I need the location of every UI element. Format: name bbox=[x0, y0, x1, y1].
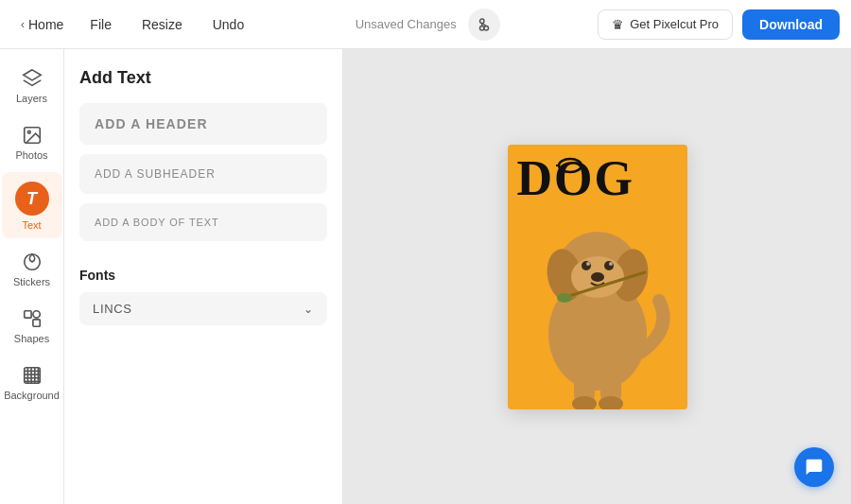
crown-icon: ♛ bbox=[612, 17, 624, 32]
shapes-icon bbox=[22, 308, 43, 329]
icon-sidebar: Layers Photos T Text bbox=[0, 49, 64, 504]
sidebar-item-shapes[interactable]: Shapes bbox=[2, 299, 62, 352]
sidebar-item-photos[interactable]: Photos bbox=[2, 115, 62, 168]
svg-point-7 bbox=[27, 130, 30, 133]
fonts-section: Fonts LINCS ⌄ bbox=[79, 268, 327, 325]
topbar-left: ‹ Home File Resize Undo bbox=[11, 11, 257, 38]
svg-point-33 bbox=[591, 272, 604, 282]
svg-point-35 bbox=[557, 293, 572, 303]
background-label: Background bbox=[4, 390, 60, 401]
layers-label: Layers bbox=[16, 93, 47, 104]
background-icon bbox=[22, 365, 43, 386]
text-icon-circle: T bbox=[15, 182, 49, 216]
photos-label: Photos bbox=[15, 149, 47, 161]
dog-text-o: O bbox=[554, 151, 594, 205]
pro-label: Get Pixelcut Pro bbox=[630, 17, 719, 31]
main-content: Layers Photos T Text bbox=[0, 49, 851, 504]
text-icon: T bbox=[15, 182, 49, 216]
dropdown-arrow-icon: ⌄ bbox=[304, 303, 314, 316]
add-subheader-button[interactable]: ADD A SUBHEADER bbox=[79, 154, 327, 194]
undo-button[interactable]: Undo bbox=[200, 11, 257, 38]
home-button[interactable]: ‹ Home bbox=[11, 11, 73, 38]
canvas-area[interactable]: DOG bbox=[343, 49, 851, 504]
svg-point-29 bbox=[582, 261, 591, 270]
font-dropdown[interactable]: LINCS ⌄ bbox=[79, 292, 327, 325]
sidebar-item-layers[interactable]: Layers bbox=[2, 59, 62, 112]
share-icon bbox=[476, 16, 493, 33]
text-label: Text bbox=[22, 219, 41, 231]
chat-support-button[interactable] bbox=[794, 447, 834, 487]
chevron-left-icon: ‹ bbox=[21, 18, 25, 31]
sidebar-item-stickers[interactable]: Stickers bbox=[2, 242, 62, 295]
topbar-right: ♛ Get Pixelcut Pro Download bbox=[598, 9, 840, 40]
stickers-icon bbox=[22, 252, 43, 272]
svg-rect-10 bbox=[32, 320, 39, 326]
dog-card-title: DOG bbox=[517, 154, 634, 203]
file-button[interactable]: File bbox=[77, 11, 125, 38]
download-button[interactable]: Download bbox=[742, 9, 840, 40]
add-body-button[interactable]: ADD A BODY OF TEXT bbox=[79, 203, 327, 241]
get-pro-button[interactable]: ♛ Get Pixelcut Pro bbox=[598, 9, 733, 40]
unsaved-changes-label: Unsaved Changes bbox=[356, 17, 457, 31]
chat-icon bbox=[805, 458, 824, 477]
fonts-label: Fonts bbox=[79, 268, 327, 283]
sidebar-item-text[interactable]: T Text bbox=[2, 172, 62, 238]
shapes-label: Shapes bbox=[14, 333, 49, 344]
add-text-panel: Add Text ADD A HEADER ADD A SUBHEADER AD… bbox=[64, 49, 343, 504]
layers-icon bbox=[22, 68, 43, 89]
svg-point-32 bbox=[609, 262, 613, 266]
dog-text-d: D bbox=[517, 151, 555, 205]
svg-point-31 bbox=[586, 262, 590, 266]
svg-point-0 bbox=[479, 19, 484, 24]
dog-text-g: G bbox=[595, 151, 634, 205]
svg-point-2 bbox=[479, 26, 484, 30]
stickers-label: Stickers bbox=[13, 276, 50, 287]
photos-icon bbox=[22, 125, 43, 146]
home-label: Home bbox=[28, 17, 63, 32]
add-header-button[interactable]: ADD A HEADER bbox=[79, 103, 327, 145]
svg-point-30 bbox=[604, 261, 614, 270]
topbar: ‹ Home File Resize Undo Unsaved Changes … bbox=[0, 0, 851, 49]
svg-rect-9 bbox=[24, 311, 30, 318]
panel-title: Add Text bbox=[79, 68, 327, 88]
resize-button[interactable]: Resize bbox=[129, 11, 196, 38]
font-selected-value: LINCS bbox=[93, 302, 132, 316]
svg-marker-5 bbox=[23, 70, 40, 80]
svg-point-11 bbox=[32, 311, 39, 318]
svg-point-21 bbox=[559, 159, 582, 172]
share-button[interactable] bbox=[468, 9, 500, 41]
topbar-center: Unsaved Changes bbox=[257, 9, 598, 41]
dog-card[interactable]: DOG bbox=[508, 145, 687, 409]
sidebar-item-background[interactable]: Background bbox=[2, 356, 62, 408]
